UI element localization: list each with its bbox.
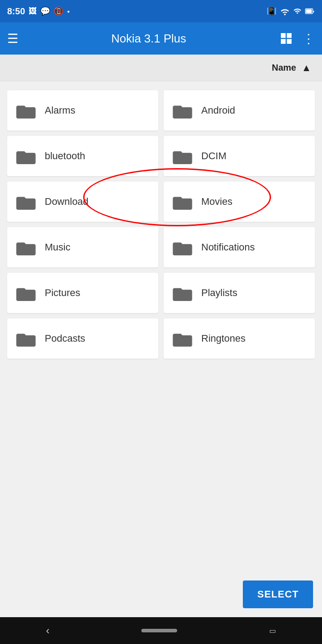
folder-item-podcasts[interactable]: Podcasts — [7, 318, 158, 359]
call-missed-icon: 📵 — [54, 6, 64, 16]
app-bar: ☰ Nokia 3.1 Plus ⋮ — [0, 22, 322, 55]
message-icon: 💬 — [40, 6, 50, 16]
folder-icon — [173, 239, 192, 255]
folder-item-pictures[interactable]: Pictures — [7, 273, 158, 313]
folder-label: Music — [45, 242, 70, 253]
app-bar-title: Nokia 3.1 Plus — [27, 32, 270, 46]
signal-icon — [293, 7, 301, 15]
bottom-nav-bar: ‹ ▭ — [0, 617, 322, 644]
folder-label: Ringtones — [201, 333, 246, 344]
folder-icon — [16, 285, 36, 301]
folder-label: Android — [201, 105, 235, 116]
folder-item-android[interactable]: Android — [164, 90, 315, 131]
home-indicator[interactable] — [141, 629, 177, 632]
image-icon: 🖼 — [29, 7, 37, 16]
folder-icon — [173, 194, 192, 210]
folder-item-movies[interactable]: Movies — [164, 182, 315, 222]
folder-icon — [173, 285, 192, 301]
status-bar: 8:50 🖼 💬 📵 ● 📳 — [0, 0, 322, 22]
grid-view-icon[interactable] — [279, 31, 293, 46]
status-right-icons: 📳 — [267, 6, 315, 16]
sort-header[interactable]: Name ▲ — [0, 55, 322, 81]
status-time-section: 8:50 🖼 💬 📵 ● — [7, 6, 70, 17]
folder-label: bluetooth — [45, 150, 85, 162]
folder-icon — [16, 148, 36, 164]
folder-item-download[interactable]: Download — [7, 182, 158, 222]
select-button[interactable]: SELECT — [243, 580, 313, 608]
folder-item-music[interactable]: Music — [7, 227, 158, 267]
folder-label: Podcasts — [45, 333, 85, 344]
folder-icon — [173, 148, 192, 164]
folder-icon — [173, 330, 192, 347]
sort-arrow-up-icon: ▲ — [301, 62, 311, 74]
folder-label: Pictures — [45, 287, 80, 299]
vibrate-icon: 📳 — [267, 6, 276, 16]
folder-label: Alarms — [45, 105, 75, 116]
folder-icon — [16, 194, 36, 210]
back-button[interactable]: ‹ — [46, 624, 50, 637]
recents-button[interactable]: ▭ — [269, 627, 276, 635]
folder-item-playlists[interactable]: Playlists — [164, 273, 315, 313]
folder-label: Playlists — [201, 287, 237, 299]
folder-item-alarms[interactable]: Alarms — [7, 90, 158, 131]
folder-item-bluetooth[interactable]: bluetooth — [7, 136, 158, 176]
more-vert-icon[interactable]: ⋮ — [302, 31, 315, 46]
menu-icon[interactable]: ☰ — [7, 31, 18, 46]
battery-icon — [305, 7, 315, 15]
folder-grid: AlarmsAndroidbluetoothDCIMDownloadMovies… — [0, 81, 322, 368]
wifi-icon — [280, 7, 290, 15]
folder-item-dcim[interactable]: DCIM — [164, 136, 315, 176]
status-time: 8:50 — [7, 6, 25, 17]
folder-icon — [16, 239, 36, 255]
folder-icon — [16, 330, 36, 347]
svg-rect-1 — [306, 9, 312, 13]
folder-label: Movies — [201, 196, 233, 208]
folder-item-notifications[interactable]: Notifications — [164, 227, 315, 267]
folder-item-ringtones[interactable]: Ringtones — [164, 318, 315, 359]
folder-label: Notifications — [201, 242, 255, 253]
sort-label: Name — [272, 63, 296, 73]
dot-icon: ● — [67, 9, 70, 14]
folder-label: DCIM — [201, 150, 226, 162]
folder-icon — [16, 102, 36, 119]
folder-icon — [173, 102, 192, 119]
folder-label: Download — [45, 196, 89, 208]
